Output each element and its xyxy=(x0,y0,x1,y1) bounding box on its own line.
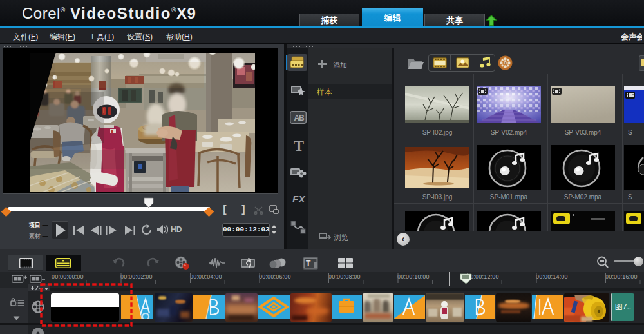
svg-text:B: B xyxy=(299,113,305,123)
svg-text:T: T xyxy=(306,259,311,268)
